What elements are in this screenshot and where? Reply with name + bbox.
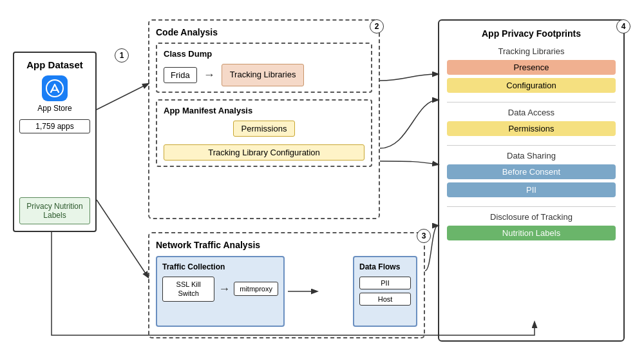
frida-arrow: →: [204, 68, 215, 82]
code-analysis-box: Code Analysis Class Dump Frida → Trackin…: [148, 19, 380, 219]
presence-badge: Presence: [447, 60, 616, 75]
traffic-collection-box: Traffic Collection SSL Kill Switch → mit…: [156, 256, 285, 327]
apps-count-box: 1,759 apps: [19, 119, 90, 133]
network-host-box: Host: [359, 293, 411, 306]
badge-2: 2: [370, 19, 384, 34]
ssl-arrow: →: [218, 282, 230, 296]
data-sharing-section-title: Data Sharing: [447, 151, 616, 161]
pii-badge: PII: [447, 182, 616, 197]
privacy-footprints-box: App Privacy Footprints Tracking Librarie…: [438, 19, 625, 342]
configuration-badge: Configuration: [447, 78, 616, 93]
manifest-box: App Manifest Analysis Permissions Tracki…: [156, 99, 372, 167]
permissions-box: Permissions: [233, 121, 296, 137]
network-pii-box: PII: [359, 277, 411, 289]
badge-1: 1: [115, 48, 129, 63]
data-flows-title: Data Flows: [359, 262, 411, 271]
network-analysis-box: Network Traffic Analysis Traffic Collect…: [148, 232, 425, 338]
traffic-collection-title: Traffic Collection: [162, 262, 278, 271]
app-store-icon: [42, 75, 68, 101]
traffic-to-flows-arrow: [285, 278, 323, 304]
app-dataset-box: App Dataset App Store 1,759 apps Privacy…: [13, 52, 97, 232]
data-access-section-title: Data Access: [447, 108, 616, 117]
divider-1: [447, 102, 616, 102]
mitmproxy-box: mitmproxy: [234, 282, 278, 296]
frida-box: Frida: [164, 67, 197, 83]
disclosure-section: Disclosure of Tracking Nutrition Labels: [447, 212, 616, 240]
data-sharing-section: Data Sharing Before Consent PII: [447, 151, 616, 197]
tracking-library-config-box: Tracking Library Configuration: [164, 144, 365, 161]
network-analysis-title: Network Traffic Analysis: [156, 240, 417, 250]
diagram-container: 1 2 3 4 App Dataset App Store 1,759 apps…: [0, 0, 644, 361]
badge-4: 4: [616, 19, 630, 34]
class-dump-title: Class Dump: [164, 49, 365, 59]
divider-3: [447, 206, 616, 207]
disclosure-nutrition-labels-badge: Nutrition Labels: [447, 226, 616, 240]
manifest-title: App Manifest Analysis: [164, 106, 365, 115]
traffic-content: SSL Kill Switch → mitmproxy: [162, 277, 278, 302]
divider-2: [447, 145, 616, 146]
tracking-libraries-section: Tracking Libraries Presence Configuratio…: [447, 46, 616, 93]
code-analysis-title: Code Analysis: [156, 27, 372, 37]
app-store-label: App Store: [37, 104, 71, 113]
data-access-permissions-badge: Permissions: [447, 121, 616, 136]
class-dump-box: Class Dump Frida → Tracking Libraries: [156, 43, 372, 93]
disclosure-section-title: Disclosure of Tracking: [447, 212, 616, 222]
tracking-libraries-box: Tracking Libraries: [222, 64, 305, 86]
ssl-kill-switch-box: SSL Kill Switch: [162, 277, 214, 302]
nutrition-labels-box: Privacy Nutrition Labels: [19, 197, 90, 224]
before-consent-badge: Before Consent: [447, 164, 616, 179]
badge-3: 3: [417, 229, 431, 243]
tracking-libraries-section-title: Tracking Libraries: [447, 46, 616, 56]
privacy-footprints-title: App Privacy Footprints: [447, 28, 616, 39]
class-dump-content: Frida → Tracking Libraries: [164, 64, 365, 86]
app-dataset-title: App Dataset: [26, 59, 83, 70]
data-access-section: Data Access Permissions: [447, 108, 616, 136]
data-flows-box: Data Flows PII Host: [353, 256, 417, 327]
